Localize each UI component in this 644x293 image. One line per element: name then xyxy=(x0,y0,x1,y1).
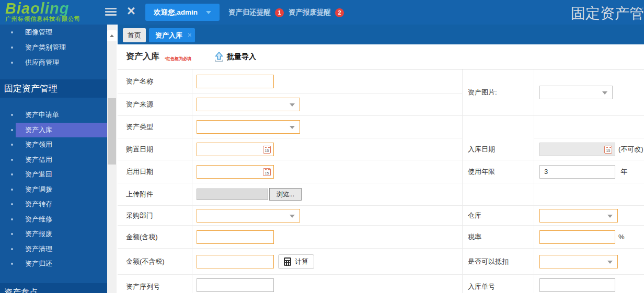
sidebar-item-label: 资产维修 xyxy=(25,215,52,224)
percent-label: % xyxy=(618,233,625,241)
logo-subtitle: 广州标领信息科技有限公司 xyxy=(5,15,80,23)
chevron-up-icon xyxy=(110,34,114,37)
field-label-asset-serial: 资产序列号 xyxy=(118,275,192,293)
field-label-tax-rate: 税率 xyxy=(463,226,534,249)
sidebar-item-label: 图像管理 xyxy=(25,28,52,37)
asset-type-select[interactable] xyxy=(197,120,300,134)
sidebar-item-asset-request[interactable]: 资产申请单 xyxy=(0,108,107,123)
sidebar-item-asset-repair[interactable]: 资产维修 xyxy=(0,212,107,227)
deductible-select[interactable] xyxy=(539,255,618,268)
sidebar-item-supplier-mgmt[interactable]: 供应商管理 xyxy=(0,55,107,70)
bullet-icon xyxy=(11,46,13,49)
field-label-purchase-dept: 采购部门 xyxy=(118,206,192,226)
page-header: 资产入库 *红色框为必填 批量导入 xyxy=(118,44,644,69)
app-title: 固定资产管 xyxy=(571,4,644,24)
readonly-note: (不可改) xyxy=(618,145,643,154)
sidebar-item-asset-inbound[interactable]: 资产入库 xyxy=(0,123,107,138)
sidebar-item-label: 资产退回 xyxy=(25,170,52,179)
asset-image-select[interactable] xyxy=(539,86,613,99)
sidebar-item-asset-category-mgmt[interactable]: 资产类别管理 xyxy=(0,40,107,55)
sidebar-section-fixed-asset-mgmt[interactable]: 固定资产管理 xyxy=(0,79,107,98)
batch-import-button[interactable]: 批量导入 xyxy=(214,44,256,69)
hamburger-menu-icon[interactable] xyxy=(105,8,117,17)
bullet-icon xyxy=(11,189,13,191)
field-label-purchase-date: 购置日期 xyxy=(118,138,192,160)
sidebar-scrollbar[interactable] xyxy=(107,25,117,293)
asset-inbound-form: 资产名称 资产图片: 资产来源 资产类型 购置日期 xyxy=(118,69,644,293)
tab-label: 资产入库 xyxy=(155,31,182,39)
calendar-icon[interactable]: 15 xyxy=(604,146,612,154)
upload-icon xyxy=(214,52,224,62)
sidebar-item-asset-giveback[interactable]: 资产归还 xyxy=(0,256,107,272)
file-path-input[interactable] xyxy=(197,189,268,200)
asset-name-input[interactable] xyxy=(197,75,274,88)
bullet-icon xyxy=(11,159,13,161)
field-label-inbound-date: 入库日期 xyxy=(463,138,534,160)
asset-scrap-reminder-link[interactable]: 资产报废提醒 2 xyxy=(289,8,344,17)
browse-button[interactable]: 浏览... xyxy=(269,188,302,201)
tab-bar: 首页 资产入库 × xyxy=(118,25,644,44)
field-label-upload-attachment: 上传附件 xyxy=(118,183,192,206)
bullet-icon xyxy=(11,114,13,116)
sidebar-item-label: 资产调拨 xyxy=(25,185,52,194)
sidebar-item-asset-issue[interactable]: 资产领用 xyxy=(0,137,107,153)
asset-source-select[interactable] xyxy=(197,98,300,111)
warehouse-select[interactable] xyxy=(539,209,618,222)
tab-home[interactable]: 首页 xyxy=(123,28,146,42)
sidebar-item-asset-scrap[interactable]: 资产报废 xyxy=(0,227,107,242)
asset-return-reminder-link[interactable]: 资产归还提醒 1 xyxy=(228,8,284,17)
field-label-enable-date: 启用日期 xyxy=(118,160,192,183)
field-label-asset-source: 资产来源 xyxy=(118,93,192,116)
sidebar-item-asset-borrow[interactable]: 资产借用 xyxy=(0,153,107,168)
field-enable-date: 15 xyxy=(192,160,463,183)
sidebar-item-asset-cleanup[interactable]: 资产清理 xyxy=(0,242,107,257)
sidebar-item-image-mgmt[interactable]: 图像管理 xyxy=(0,25,107,40)
sidebar-nav: 图像管理 资产类别管理 供应商管理 固定资产管理 资产申请单 资产入库 资产领用… xyxy=(0,25,107,293)
tab-asset-inbound[interactable]: 资产入库 × xyxy=(149,28,195,42)
tax-rate-input[interactable] xyxy=(539,230,615,244)
field-inbound-no xyxy=(534,275,644,293)
count-badge: 2 xyxy=(335,8,344,17)
sidebar-item-asset-storage[interactable]: 资产转存 xyxy=(0,197,107,212)
purchase-dept-select[interactable] xyxy=(197,209,300,222)
sidebar-item-asset-return[interactable]: 资产退回 xyxy=(0,167,107,182)
company-logo: Biaoling 广州标领信息科技有限公司 xyxy=(5,1,80,23)
reminder-label: 资产报废提醒 xyxy=(289,8,331,17)
sidebar-section-asset-inventory[interactable]: 资产盘点 xyxy=(0,283,107,293)
reminder-label: 资产归还提醒 xyxy=(228,8,271,17)
field-label-asset-type: 资产类型 xyxy=(118,116,192,138)
calculate-button[interactable]: 计算 xyxy=(278,254,314,269)
enable-date-input[interactable]: 15 xyxy=(197,165,274,179)
logo-wordmark: Biaoling xyxy=(5,1,80,16)
field-label-warehouse: 仓库 xyxy=(463,206,534,226)
field-label-inbound-no: 入库单号 xyxy=(463,275,534,293)
page-title: 资产入库 xyxy=(126,51,159,62)
sidebar-item-label: 资产归还 xyxy=(25,259,52,268)
calculator-icon xyxy=(284,257,291,266)
tab-close-icon[interactable]: × xyxy=(188,28,192,42)
sidebar-item-label: 资产清理 xyxy=(25,244,52,254)
sidebar-item-label: 资产领用 xyxy=(25,140,52,149)
sidebar-item-label: 资产入库 xyxy=(25,125,52,135)
bullet-icon xyxy=(11,233,13,235)
bullet-icon xyxy=(11,129,13,131)
scroll-up-button[interactable] xyxy=(107,30,117,41)
close-icon[interactable]: × xyxy=(127,3,135,19)
purchase-date-input[interactable]: 15 xyxy=(197,143,274,156)
user-menu-button[interactable]: 欢迎您,admin xyxy=(145,4,220,21)
field-asset-serial xyxy=(192,275,463,293)
amount-with-tax-input[interactable] xyxy=(197,230,274,244)
sidebar-item-label: 资产申请单 xyxy=(25,110,59,120)
asset-serial-input[interactable] xyxy=(197,278,274,292)
sidebar-item-label: 资产借用 xyxy=(25,155,52,165)
calendar-icon[interactable]: 15 xyxy=(263,146,271,154)
sidebar-item-asset-transfer[interactable]: 资产调拨 xyxy=(0,182,107,197)
amount-without-tax-input[interactable] xyxy=(197,255,274,268)
inbound-no-input[interactable] xyxy=(539,278,615,292)
sidebar-item-label: 资产转存 xyxy=(25,200,52,209)
service-life-input[interactable]: 3 xyxy=(539,165,615,179)
scrollbar-thumb[interactable] xyxy=(108,98,116,165)
bullet-icon xyxy=(11,203,13,205)
field-amount-without-tax: 计算 xyxy=(192,249,463,275)
calendar-icon[interactable]: 15 xyxy=(263,168,271,176)
